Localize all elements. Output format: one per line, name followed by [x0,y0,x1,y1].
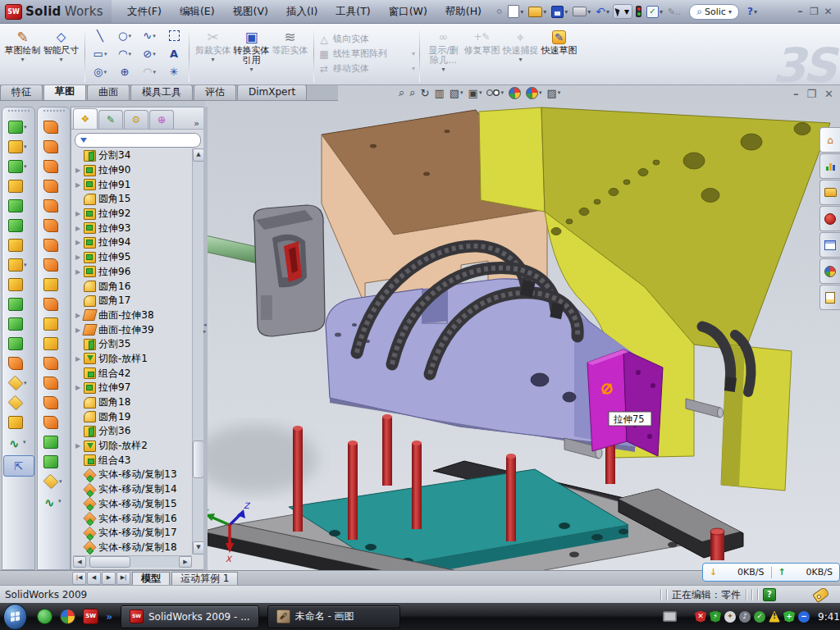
feature-tool-button[interactable]: ▾ [4,294,34,314]
document-tab[interactable]: 运动算例 1 [171,572,238,586]
mold-tool-button[interactable]: ▾ [39,393,69,413]
taskpane-appearances-tab[interactable] [819,258,840,284]
polygon-tool[interactable]: ⊕ [112,63,137,81]
feature-tree-item[interactable]: ▶ 拉伸93 [73,221,192,235]
rotate-view-button[interactable]: ↻ [421,87,430,99]
mold-tool-button[interactable]: ▾ [39,452,69,472]
ribbon-button[interactable]: 修复草图 [463,25,501,82]
scroll-thumb[interactable] [193,441,204,478]
expand-arrow-icon[interactable]: ▶ [75,326,81,334]
feature-tree-item[interactable]: ▶ 拉伸91 [73,177,192,192]
minimize-button[interactable]: – [793,6,807,17]
scroll-right-button[interactable]: ▶ [179,556,192,568]
expand-arrow-icon[interactable]: ▶ [75,210,81,217]
scroll-up-button[interactable]: ▲ [193,148,204,162]
view-orientation-button[interactable]: ▣▾ [468,87,482,99]
green-sprue-rod[interactable] [205,232,258,263]
mold-tool-button[interactable]: ▾ [39,491,69,511]
feature-tool-button[interactable]: ▾ [4,176,34,196]
tag-icon[interactable] [812,587,830,603]
feature-tree-item[interactable]: ▶ 圆角17 [73,294,192,308]
first-tab-button[interactable]: |◀ [72,572,86,585]
scroll-down-button[interactable]: ▼ [193,541,204,555]
feature-tree-item[interactable]: ▶ 实体-移动/复制17 [73,526,192,541]
taskbar-task-button[interactable]: 🖌 未命名 - 画图 [267,605,400,628]
feature-tool-button[interactable]: ▾ [4,393,34,413]
feature-tree-item[interactable]: ▶ 拉伸96 [73,265,192,280]
feature-tree-item[interactable]: ▶ 拉伸95 [73,250,192,265]
expand-arrow-icon[interactable]: ▶ [75,225,81,232]
feature-tree-item[interactable]: ▶ 分割36 [73,424,192,439]
tree-filter-input[interactable] [75,133,201,148]
sync-blocked-tray-icon[interactable]: − [798,611,810,623]
zoom-fit-button[interactable]: ⌕ [399,86,404,99]
network-warning-tray-icon[interactable]: ! [769,611,780,623]
tree-horizontal-scrollbar[interactable]: ◀ ▶ [73,555,192,568]
mold-tool-button[interactable]: ▾ [39,354,69,373]
feature-tool-button[interactable]: ▾ [4,157,34,176]
display-style-button[interactable]: ▧▾ [450,87,463,99]
feature-tree-item[interactable]: ▶ 实体-移动/复制16 [73,511,192,526]
taskpane-resources-tab[interactable]: ⌂ [819,127,840,153]
configuration-manager-tab[interactable]: ⚙ [124,110,148,129]
feature-tree-item[interactable]: ▶ 分割35 [73,337,192,352]
antivirus-tray-icon[interactable]: ⚡ [710,611,721,623]
command-tab[interactable]: 曲面 [87,84,130,100]
short-red-pin[interactable] [710,528,724,560]
start-button[interactable] [3,604,27,630]
ribbon-button[interactable]: 快速捕捉 ▾ [501,25,540,82]
prev-tab-button[interactable]: ◀ [87,572,101,585]
spline-tool[interactable]: ∿▾ [137,27,162,45]
zoom-area-button[interactable]: ⌕ [409,86,415,99]
expand-arrow-icon[interactable]: ▶ [75,442,81,450]
magenta-slide-block[interactable] [587,349,663,456]
ribbon-button[interactable]: 等距实体 [271,25,309,82]
undo-button[interactable]: ↶▾ [594,2,611,21]
feature-tool-button[interactable]: ▾ [4,117,34,137]
feature-tool-button[interactable]: ▾ [4,334,34,354]
command-tab[interactable]: DimXpert [237,84,307,100]
mold-tool-button[interactable]: ▾ [39,196,69,216]
feature-tool-button[interactable]: ▾ [4,354,34,373]
ribbon-button[interactable]: 快速草图 [540,25,578,82]
apply-scene-button[interactable] [509,87,521,99]
mold-tool-button[interactable]: ▾ [39,373,69,393]
menu-item[interactable]: 工具(T) [326,0,379,23]
graphics-viewport[interactable]: Y Z X 拉伸75 ⌕ ⌕ ↻ ▥ ▧▾ ▣▾ ▾ ▾ ▨▾ – ❐ ✕ ⌂ [205,84,840,570]
arc-tool[interactable]: ◠▾ [112,45,137,63]
menu-item[interactable]: 插入(I) [277,0,326,23]
open-file-button[interactable]: ▾ [527,2,548,21]
feature-tree-item[interactable]: ▶ 实体-移动/复制13 [73,468,192,482]
solidworks-quicklaunch-icon[interactable]: SW [83,609,98,624]
feature-tree-item[interactable]: ▶ 圆角19 [73,409,192,424]
point-tool[interactable]: ✳ [162,63,186,81]
feature-tree-item[interactable]: ▶ 组合43 [73,453,192,468]
feature-tree-item[interactable]: ▶ 拉伸90 [73,163,192,178]
command-tab[interactable]: 特征 [0,84,43,100]
messenger-quicklaunch-icon[interactable] [37,609,52,624]
close-button[interactable]: ✕ [821,6,835,17]
quicklaunch-overflow-chevron[interactable]: » [106,611,112,623]
help-button[interactable]: ?▾ [746,2,759,21]
ribbon-stacked-button[interactable]: △ 镜向实体 [318,33,415,45]
browser-quicklaunch-icon[interactable] [60,609,75,624]
select-tool-button[interactable]: ▾ [613,4,632,19]
feature-tool-button[interactable]: ▾ [4,137,34,157]
command-tab[interactable]: 评估 [194,84,236,100]
scroll-thumb[interactable] [89,556,130,568]
ribbon-button[interactable]: 剪裁实体 ▾ [194,25,232,82]
keyboard-tray-icon[interactable] [663,611,677,622]
feature-tree-item[interactable]: ▶ 组合42 [73,366,192,381]
feature-tree-item[interactable]: ▶ 切除-放样2 [73,439,192,454]
feature-tree-item[interactable]: ▶ 拉伸97 [73,381,192,395]
mold-tool-button[interactable]: ▾ [39,235,69,255]
menu-item[interactable]: 编辑(E) [171,0,224,23]
feature-tree-item[interactable]: ▶ 拉伸92 [73,207,192,221]
property-manager-tab[interactable]: ✎ [98,110,123,129]
mold-tool-button[interactable]: ▾ [39,137,69,157]
feature-tool-button[interactable]: ▾ [4,235,34,255]
expand-arrow-icon[interactable]: ▶ [75,312,81,319]
feature-tool-button[interactable]: ▾ [4,432,34,452]
menu-item[interactable]: 视图(V) [224,0,277,23]
ellipse-tool[interactable]: ⊘▾ [137,45,162,63]
